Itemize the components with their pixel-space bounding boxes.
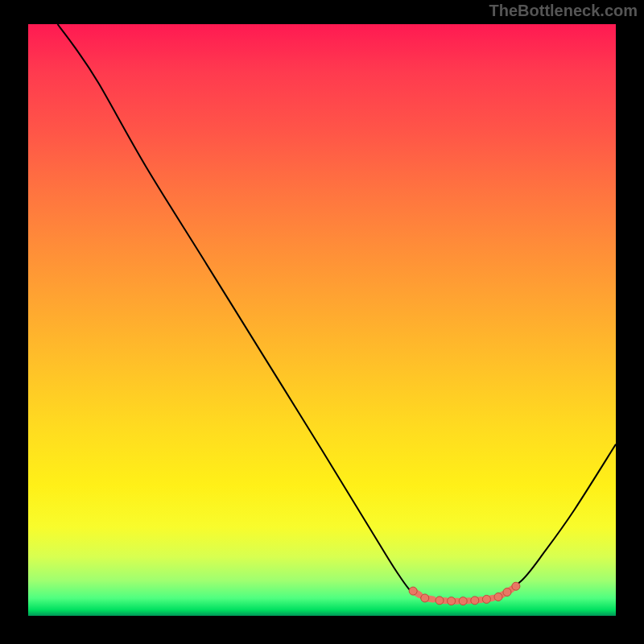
chart-container: TheBottleneck.com <box>0 0 644 644</box>
marker-dot <box>421 594 429 602</box>
marker-dot <box>459 597 467 605</box>
marker-dot <box>409 587 417 595</box>
bottleneck-curve <box>58 24 617 602</box>
curve-overlay <box>28 24 616 616</box>
plot-area <box>28 24 616 616</box>
marker-dot <box>482 595 490 603</box>
marker-dot <box>512 582 520 590</box>
marker-dot <box>471 597 479 605</box>
marker-dot <box>503 588 511 597</box>
marker-dot <box>448 597 456 605</box>
marker-dot <box>436 597 444 605</box>
attribution-label: TheBottleneck.com <box>489 2 638 20</box>
marker-group <box>409 582 520 605</box>
marker-dot <box>494 592 502 601</box>
